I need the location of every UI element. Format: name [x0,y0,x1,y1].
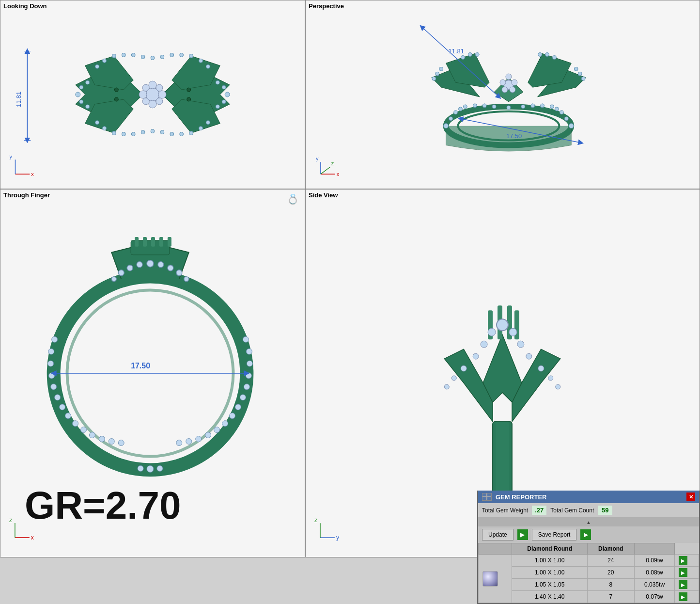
svg-text:x: x [31,171,34,177]
svg-point-18 [170,53,174,57]
gem-size: 1.40 X 1.40 [512,591,587,603]
gem-row-action[interactable]: ▶ [675,567,699,579]
svg-point-19 [180,53,184,57]
svg-point-0 [76,92,80,97]
update-button[interactable]: Update [482,529,513,540]
svg-point-61 [454,111,458,114]
svg-point-130 [214,427,220,433]
total-count-value: 59 [598,506,612,515]
viewport-looking-down[interactable]: Looking Down [0,0,305,189]
svg-point-144 [80,427,86,433]
svg-point-114 [158,262,164,268]
svg-point-121 [243,336,249,342]
svg-point-67 [463,105,467,109]
svg-point-80 [578,72,582,76]
svg-point-122 [246,349,252,354]
svg-point-137 [48,361,54,366]
gem-size: 1.05 X 1.05 [512,579,587,591]
svg-text:11.81: 11.81 [15,92,22,107]
viewport-label-through-finger: Through Finger [3,191,50,199]
svg-point-79 [581,77,585,80]
gem-count: 8 [587,579,634,591]
total-count-label: Total Gem Count [550,507,594,514]
svg-point-89 [506,74,512,79]
svg-point-22 [206,64,210,68]
svg-point-27 [131,132,135,136]
svg-point-66 [555,107,559,111]
save-play-button[interactable]: ▶ [580,529,591,540]
svg-point-169 [473,353,479,359]
gem-reporter-close-button[interactable]: ✕ [686,493,695,501]
svg-point-40 [158,91,166,98]
svg-point-28 [141,130,145,134]
svg-point-128 [229,413,235,419]
svg-point-135 [52,336,58,342]
save-report-button[interactable]: Save Report [532,529,577,540]
gem-stats-row: Total Gem Weight .27 Total Gem Count 59 [478,503,699,517]
viewport-through-finger[interactable]: Through Finger GR=2.70 💍 [0,189,305,557]
svg-point-37 [149,81,156,89]
svg-point-113 [137,262,142,268]
update-play-button[interactable]: ▶ [517,529,528,540]
viewport-label-looking-down: Looking Down [3,2,47,10]
svg-point-74 [541,104,544,108]
svg-point-85 [538,52,542,56]
svg-text:17.50: 17.50 [131,362,150,370]
svg-point-38 [149,100,156,108]
svg-point-146 [99,436,105,442]
svg-point-21 [199,59,203,63]
svg-point-47 [187,88,191,92]
svg-point-174 [548,376,553,381]
svg-point-168 [517,341,524,348]
svg-point-81 [574,67,578,71]
gem-row-arrow-button[interactable]: ▶ [679,568,687,577]
svg-point-125 [244,384,249,390]
svg-point-149 [147,465,154,472]
svg-point-9 [216,105,219,109]
gem-row-action[interactable]: ▶ [675,555,699,567]
svg-point-145 [89,432,95,438]
svg-point-46 [114,97,118,101]
svg-point-1 [79,85,83,89]
svg-point-138 [49,373,55,379]
gem-row-arrow-button[interactable]: ▶ [679,580,687,589]
viewport-perspective[interactable]: Perspective [305,0,700,189]
gem-reporter-title: GEM REPORTER [496,493,546,501]
svg-point-112 [147,260,154,267]
svg-point-25 [103,127,107,130]
svg-point-15 [141,55,145,59]
svg-point-151 [157,465,163,471]
svg-point-136 [48,349,54,354]
svg-rect-110 [159,237,163,247]
svg-point-2 [79,100,83,104]
svg-rect-107 [135,237,139,247]
svg-point-76 [432,77,436,80]
gem-size: 1.00 X 1.00 [512,567,587,579]
svg-point-42 [156,84,163,91]
svg-point-30 [160,130,164,134]
svg-point-44 [156,98,163,105]
svg-point-11 [112,54,116,58]
gem-row-arrow-button[interactable]: ▶ [679,592,687,601]
svg-point-20 [189,54,193,58]
svg-point-10 [122,53,125,57]
svg-point-71 [507,106,511,110]
svg-text:y: y [10,154,13,159]
svg-point-32 [180,132,184,136]
svg-text:17.50: 17.50 [506,132,522,140]
gem-row-action[interactable]: ▶ [675,591,699,603]
svg-point-131 [205,432,211,438]
svg-point-5 [225,92,230,97]
svg-point-26 [95,121,99,125]
svg-point-60 [449,117,453,121]
svg-point-119 [111,277,116,282]
svg-point-59 [444,124,449,128]
svg-point-41 [142,84,149,91]
svg-point-4 [86,105,90,109]
svg-point-124 [246,373,251,379]
svg-point-33 [189,131,193,135]
gem-row-arrow-button[interactable]: ▶ [679,556,687,565]
svg-point-176 [556,384,560,389]
gem-reporter-icon [482,493,492,501]
gem-row-action[interactable]: ▶ [675,579,699,591]
